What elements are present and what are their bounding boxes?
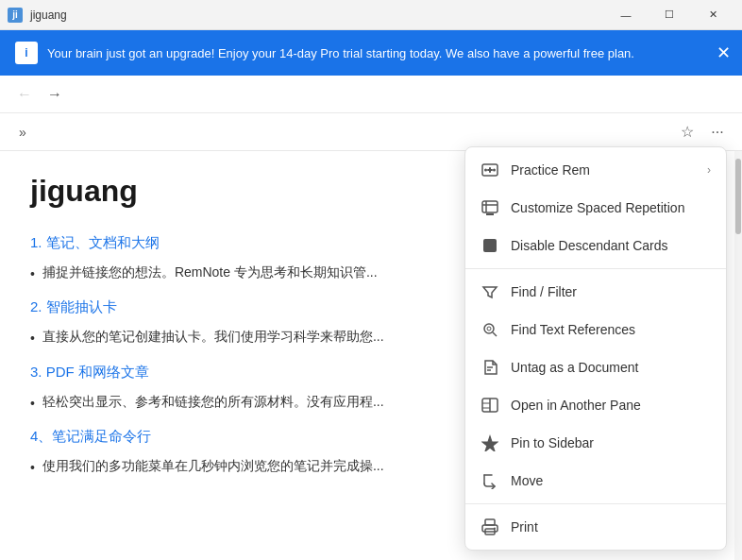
minimize-button[interactable]: —	[604, 0, 648, 30]
menu-item-print[interactable]: Print	[465, 508, 726, 546]
scrollbar[interactable]	[734, 151, 742, 560]
untag-doc-label: Untag as a Document	[511, 360, 711, 375]
svg-rect-9	[483, 239, 497, 252]
find-filter-label: Find / Filter	[511, 284, 711, 299]
find-text-label: Find Text References	[511, 322, 711, 337]
context-menu: Practice Rem› Customize Spaced Repetitio…	[464, 146, 727, 551]
print-label: Print	[511, 519, 711, 535]
expander-button[interactable]: »	[11, 121, 34, 144]
menu-divider-10	[465, 503, 726, 504]
app-icon: ji	[8, 8, 23, 23]
notification-text: Your brain just got an upgrade! Enjoy yo…	[47, 46, 634, 60]
notification-icon: i	[15, 42, 38, 64]
svg-point-11	[484, 324, 494, 333]
svg-rect-5	[482, 201, 497, 212]
menu-item-disable-descendant[interactable]: Disable Descendant Cards	[465, 227, 726, 264]
title-bar: ji jiguang — ☐ ✕	[0, 0, 742, 30]
open-pane-label: Open in Another Pane	[511, 398, 711, 413]
open-pane-icon	[481, 396, 499, 415]
practice-rem-icon	[481, 161, 499, 179]
find-filter-icon	[481, 282, 499, 301]
menu-item-practice-rem[interactable]: Practice Rem›	[465, 151, 726, 189]
menu-item-customize-spaced[interactable]: Customize Spaced Repetition	[465, 189, 726, 227]
svg-rect-23	[485, 519, 495, 525]
practice-rem-label: Practice Rem	[511, 162, 696, 178]
print-icon	[481, 518, 499, 536]
back-button[interactable]: ←	[11, 81, 38, 108]
untag-doc-icon	[481, 358, 499, 377]
toolbar: » ☆ ···	[0, 113, 742, 151]
disable-descendant-label: Disable Descendant Cards	[511, 238, 711, 253]
menu-item-pin-sidebar[interactable]: Pin to Sidebar	[465, 424, 726, 462]
pin-sidebar-icon	[481, 433, 499, 452]
move-label: Move	[511, 473, 711, 488]
scrollbar-thumb[interactable]	[735, 159, 741, 234]
svg-point-13	[487, 327, 491, 331]
svg-line-12	[493, 332, 497, 336]
menu-item-move[interactable]: Move	[465, 462, 726, 500]
window-title: jiguang	[30, 8, 604, 22]
menu-item-find-filter[interactable]: Find / Filter	[465, 273, 726, 311]
disable-descendant-icon	[481, 236, 499, 255]
menu-item-untag-doc[interactable]: Untag as a Document	[465, 348, 726, 386]
svg-rect-4	[487, 169, 493, 171]
find-text-icon	[481, 320, 499, 339]
svg-point-1	[484, 169, 487, 172]
customize-spaced-icon	[481, 198, 499, 217]
menu-item-find-text[interactable]: Find Text References	[465, 311, 726, 348]
svg-marker-10	[483, 287, 497, 297]
menu-divider-3	[465, 268, 726, 269]
move-icon	[481, 471, 499, 490]
forward-button[interactable]: →	[42, 81, 68, 108]
menu-item-open-pane[interactable]: Open in Another Pane	[465, 386, 726, 424]
practice-rem-arrow: ›	[707, 163, 711, 177]
maximize-button[interactable]: ☐	[648, 0, 691, 30]
customize-spaced-label: Customize Spaced Repetition	[511, 200, 711, 215]
svg-marker-20	[482, 436, 497, 451]
notification-close-button[interactable]: ✕	[717, 44, 731, 61]
window-controls: — ☐ ✕	[604, 0, 734, 30]
svg-point-2	[493, 169, 496, 172]
pin-sidebar-label: Pin to Sidebar	[511, 435, 711, 450]
more-options-button[interactable]: ···	[704, 119, 731, 145]
svg-point-26	[494, 528, 496, 530]
close-button[interactable]: ✕	[691, 0, 734, 30]
toolbar-actions: ☆ ···	[674, 119, 731, 145]
bookmark-button[interactable]: ☆	[674, 119, 700, 145]
navigation-bar: ← →	[0, 76, 742, 113]
notification-bar: i Your brain just got an upgrade! Enjoy …	[0, 30, 742, 76]
